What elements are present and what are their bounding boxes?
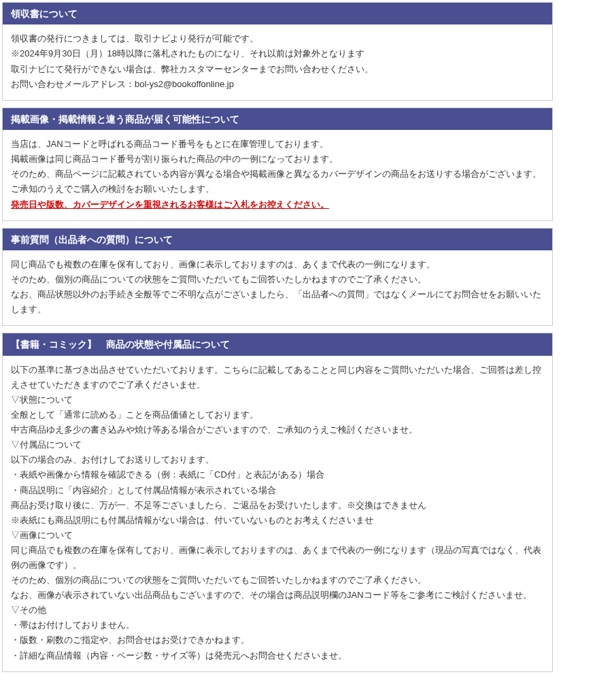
paragraph: なお、商品状態以外のお手続き全般等でご不明な点がございましたら、「出品者への質問… [11, 287, 544, 317]
paragraph: ▽付属品について [11, 437, 544, 452]
section-header: 掲載画像・掲載情報と違う商品が届く可能性について [3, 108, 552, 130]
section: 領収書について領収書の発行につきましては、取引ナビより発行が可能です。※2024… [2, 2, 553, 101]
section: 掲載画像・掲載情報と違う商品が届く可能性について当店は、JANコードと呼ばれる商… [2, 107, 553, 221]
paragraph: ▽状態について [11, 393, 544, 407]
paragraph: ・商品説明に「内容紹介」として付属品情報が表示されている場合 [11, 483, 544, 498]
paragraph: 掲載画像は同じ商品コード番号が割り振られた商品の中の一例になっております。 [11, 152, 544, 167]
section-body: 当店は、JANコードと呼ばれる商品コード番号をもとに在庫管理しております。掲載画… [3, 130, 552, 220]
paragraph: 同じ商品でも複数の在庫を保有しており、画像に表示しておりますのは、あくまで代表の… [11, 543, 544, 573]
paragraph: ・版数・刷数のご指定や、お問合せはお受けできかねます。 [11, 633, 544, 648]
paragraph: ・詳細な商品情報（内容・ページ数・サイズ等）は発売元へお問合せくださいませ。 [11, 648, 544, 663]
paragraph: ※2024年9月30日（月）18時以降に落札されたものになり、それ以前は対象外と… [11, 46, 544, 61]
paragraph: 全般として「通常に読める」ことを商品価値としております。 [11, 407, 544, 422]
paragraph: 発売日や版数、カバーデザインを重視されるお客様はご入札をお控えください。 [11, 197, 544, 212]
section: 事前質問（出品者への質問）について同じ商品でも複数の在庫を保有しており、画像に表… [2, 228, 553, 327]
paragraph: 以下の基準に基づき出品させていただいております。こちらに記載してあることと同じ内… [11, 363, 544, 393]
section-header: 事前質問（出品者への質問）について [3, 229, 552, 250]
paragraph: そのため、商品ページに記載されている内容が異なる場合や掲載画像と異なるカバーデザ… [11, 167, 544, 182]
paragraph: お問い合わせメールアドレス：bol-ys2@bookoffonline.jp [11, 77, 544, 92]
paragraph: ・帯はお付けしておりません。 [11, 618, 544, 633]
paragraph: ※表紙にも商品説明にも付属品情報がない場合は、付いていないものとお考えくださいま… [11, 513, 544, 528]
paragraph: 中古商品ゆえ多少の書き込みや焼け等ある場合がございますので、ご承知のうえご検討く… [11, 422, 544, 437]
paragraph: 当店は、JANコードと呼ばれる商品コード番号をもとに在庫管理しております。 [11, 137, 544, 152]
paragraph: 商品お受け取り後に、万が一、不足等ございましたら、ご返品をお受けいたします。※交… [11, 498, 544, 513]
paragraph: ▽画像について [11, 528, 544, 543]
section-body: 同じ商品でも複数の在庫を保有しており、画像に表示しておりますのは、あくまで代表の… [3, 250, 552, 325]
paragraph: 同じ商品でも複数の在庫を保有しており、画像に表示しておりますのは、あくまで代表の… [11, 257, 544, 272]
section-header: 領収書について [3, 3, 552, 24]
section-body: 領収書の発行につきましては、取引ナビより発行が可能です。※2024年9月30日（… [3, 24, 552, 99]
paragraph: そのため、個別の商品についての状態をご質問いただいてもご回答いたしかねますのでご… [11, 573, 544, 588]
paragraph: ・表紙や画像から情報を確認できる（例：表紙に「CD付」と表記がある）場合 [11, 467, 544, 482]
paragraph: ご承知のうえでご購入の検討をお願いいたします。 [11, 182, 544, 197]
paragraph: なお、画像が表示されていない出品商品もございますので、その場合は商品説明欄のJA… [11, 588, 544, 603]
paragraph: 以下の場合のみ、お付けしてお送りしております。 [11, 452, 544, 467]
paragraph: 領収書の発行につきましては、取引ナビより発行が可能です。 [11, 31, 544, 46]
paragraph: そのため、個別の商品についての状態をご質問いただいてもご回答いたしかねますのでご… [11, 272, 544, 287]
section-body: 以下の基準に基づき出品させていただいております。こちらに記載してあることと同じ内… [3, 356, 552, 671]
section-header: 【書籍・コミック】 商品の状態や付属品について [3, 333, 552, 355]
paragraph: 取引ナビにて発行ができない場合は、弊社カスタマーセンターまでお問い合わせください… [11, 62, 544, 77]
section: 【書籍・コミック】 商品の状態や付属品について以下の基準に基づき出品させていただ… [2, 333, 553, 671]
paragraph: ▽その他 [11, 603, 544, 618]
